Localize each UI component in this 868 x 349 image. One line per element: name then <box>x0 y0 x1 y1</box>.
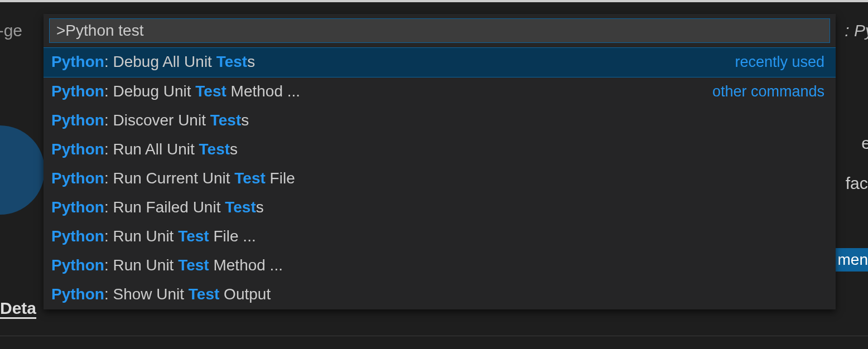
background-text-fragment: fact <box>846 174 868 193</box>
command-label: Python: Debug All Unit Tests <box>51 51 255 72</box>
command-label: Python: Run Current Unit Test File <box>51 168 295 189</box>
background-text-fragment: e <box>861 134 868 153</box>
background-text-fragment-right: : Py <box>845 21 868 40</box>
command-palette-item[interactable]: Python: Debug All Unit Testsrecently use… <box>44 47 836 77</box>
command-label: Python: Show Unit Test Output <box>51 284 271 305</box>
command-palette-input[interactable] <box>49 18 830 43</box>
command-palette-item[interactable]: Python: Run All Unit Tests <box>44 135 836 164</box>
command-palette-list: Python: Debug All Unit Testsrecently use… <box>44 47 836 309</box>
command-palette-item[interactable]: Python: Discover Unit Tests <box>44 106 836 135</box>
command-palette-input-container <box>44 14 836 47</box>
command-palette-item[interactable]: Python: Debug Unit Test Method ...other … <box>44 77 836 106</box>
command-palette-item[interactable]: Python: Run Failed Unit Tests <box>44 193 836 222</box>
window-top-border <box>0 0 868 2</box>
command-label: Python: Run Unit Test Method ... <box>51 255 283 276</box>
command-meta-label: other commands <box>712 81 824 102</box>
command-label: Python: Run All Unit Tests <box>51 139 238 160</box>
command-label: Python: Run Failed Unit Tests <box>51 197 264 218</box>
command-palette-item[interactable]: Python: Run Unit Test File ... <box>44 222 836 251</box>
command-meta-label: recently used <box>735 51 824 72</box>
command-label: Python: Run Unit Test File ... <box>51 226 256 247</box>
command-palette-item[interactable]: Python: Run Unit Test Method ... <box>44 251 836 280</box>
background-button-fragment[interactable]: men <box>832 248 868 272</box>
command-palette-item[interactable]: Python: Show Unit Test Output <box>44 280 836 309</box>
extension-icon <box>0 125 45 215</box>
details-tab[interactable]: Deta <box>0 299 36 318</box>
background-text-fragment-left: g-ge <box>0 21 22 40</box>
divider <box>0 336 868 336</box>
command-label: Python: Discover Unit Tests <box>51 110 249 131</box>
command-label: Python: Debug Unit Test Method ... <box>51 81 300 102</box>
command-palette: Python: Debug All Unit Testsrecently use… <box>44 14 836 309</box>
command-palette-item[interactable]: Python: Run Current Unit Test File <box>44 164 836 193</box>
